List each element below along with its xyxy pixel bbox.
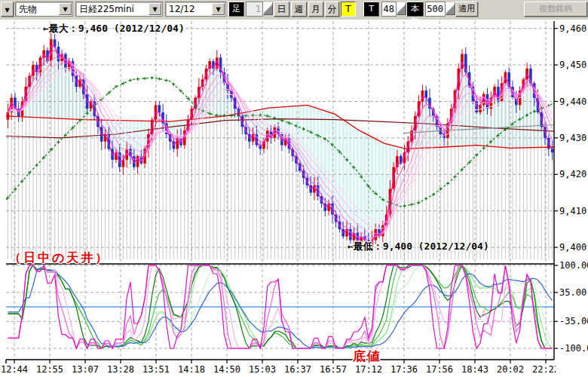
bar-count-label: 本数 [406, 2, 424, 17]
svg-text:12:44: 12:44 [1, 364, 28, 375]
chevron-down-icon[interactable]: ▼ [212, 3, 225, 15]
spinner-icon[interactable] [397, 2, 406, 15]
interval-input[interactable]: 1 [246, 2, 263, 17]
svg-text:12:55: 12:55 [36, 364, 63, 375]
svg-text:18:43: 18:43 [461, 364, 488, 375]
chart-area[interactable]: 9,4609,4509,4409,4309,4209,4109,400100.0… [0, 20, 588, 377]
svg-text:17:56: 17:56 [426, 364, 453, 375]
market-select[interactable]: 先物▼ [15, 2, 73, 17]
svg-text:13:28: 13:28 [107, 364, 134, 375]
intraday-ceiling-annotation: （日中の天井） [9, 250, 109, 266]
period-week-button[interactable]: 週 [291, 2, 307, 17]
bottom-price-annotation: 底値 [353, 348, 381, 365]
bar-count-input[interactable]: 500 [425, 2, 446, 17]
tick-size-input[interactable]: 48 [381, 2, 397, 17]
trading-app-window: { "toolbar": { "market": "先物", "symbol":… [0, 0, 588, 377]
apply-button[interactable]: 適用 [455, 2, 478, 17]
grid-layer [6, 21, 554, 360]
date-select-value: 12/12 [169, 4, 195, 14]
svg-text:16:57: 16:57 [320, 364, 347, 375]
date-select[interactable]: 12/12▼ [165, 2, 226, 17]
period-minute-button[interactable]: 分 [325, 2, 339, 17]
period-month-button[interactable]: 月 [308, 2, 323, 17]
svg-text:17:12: 17:12 [355, 364, 382, 375]
price-oscillator-chart[interactable]: 9,4609,4509,4409,4309,4209,4109,400100.0… [0, 20, 588, 377]
max-price-annotation: ←最大：9,460 (2012/12/04) [43, 22, 185, 35]
cyan-band [7, 39, 553, 247]
spinner-icon[interactable] [263, 2, 273, 15]
chevron-down-icon[interactable]: ▼ [149, 3, 161, 15]
svg-text:15:03: 15:03 [249, 364, 276, 375]
svg-text:9,460: 9,460 [559, 23, 586, 34]
symbol-select-value: 日経225mini [79, 4, 134, 14]
svg-text:17:36: 17:36 [390, 364, 418, 375]
tick-label: T [363, 2, 379, 17]
min-price-annotation: ←最低：9,400 (2012/12/04) [348, 240, 489, 253]
svg-text:100.00: 100.00 [559, 260, 588, 271]
tick-toggle-button[interactable]: T [341, 2, 356, 17]
spinner-icon[interactable] [446, 2, 455, 15]
chevron-down-icon[interactable]: ▼ [59, 3, 72, 15]
chevron-down-icon: ▼ [5, 7, 9, 14]
price-axis-labels: 9,4609,4509,4409,4309,4209,4109,400100.0… [559, 23, 588, 354]
oscillator-layer [6, 265, 554, 348]
period-day-button[interactable]: 日 [274, 2, 289, 17]
svg-text:9,410: 9,410 [559, 206, 586, 216]
svg-text:22:22: 22:22 [532, 364, 559, 375]
svg-text:16:37: 16:37 [284, 364, 311, 375]
svg-text:13:07: 13:07 [72, 364, 99, 375]
svg-text:9,400: 9,400 [559, 242, 586, 253]
svg-text:14:18: 14:18 [178, 364, 205, 375]
svg-text:-35.00: -35.00 [559, 316, 588, 326]
toolbar: ▼ 先物▼ 日経225mini▼ 12/12▼ 足 1 日 週 月 分 T T … [0, 0, 588, 20]
time-axis-labels: 12:4412:5513:0713:2813:5114:1814:5015:03… [1, 364, 559, 375]
svg-text:9,420: 9,420 [559, 169, 586, 179]
mini-dropdown-button[interactable]: ▼ [1, 2, 14, 17]
multi-symbol-button[interactable]: 複数銘柄 [524, 2, 587, 17]
svg-text:9,440: 9,440 [559, 97, 586, 107]
axes [6, 21, 554, 363]
svg-text:-100.00: -100.00 [559, 343, 588, 354]
symbol-select[interactable]: 日経225mini▼ [75, 2, 163, 17]
candle-type-label: 足 [228, 2, 244, 17]
svg-text:35.00: 35.00 [559, 287, 586, 298]
svg-text:13:51: 13:51 [142, 364, 170, 375]
svg-text:14:50: 14:50 [213, 364, 240, 375]
svg-text:20:02: 20:02 [497, 364, 524, 375]
svg-text:9,450: 9,450 [559, 60, 586, 70]
market-select-value: 先物 [19, 4, 37, 14]
svg-text:9,430: 9,430 [559, 133, 586, 143]
